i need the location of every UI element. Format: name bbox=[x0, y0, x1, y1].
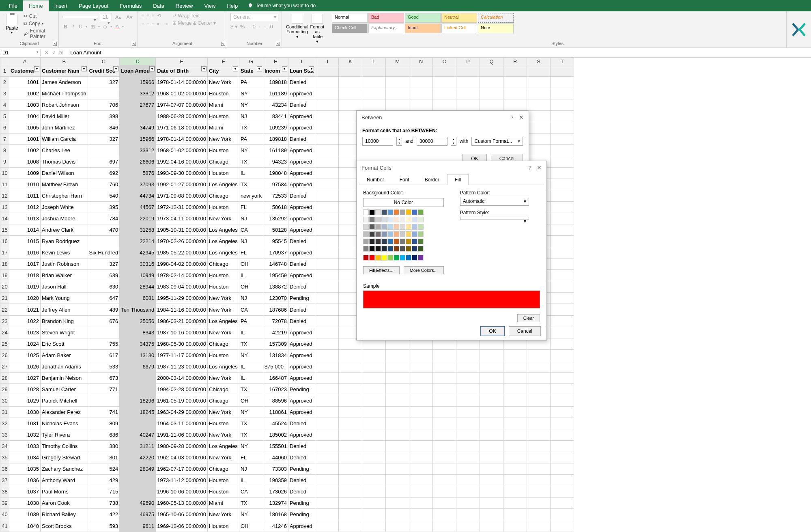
cell[interactable]: Houston bbox=[208, 486, 239, 498]
cell[interactable]: New York bbox=[208, 452, 239, 463]
cell[interactable]: 1014 bbox=[9, 224, 41, 236]
cell[interactable]: NJ bbox=[239, 463, 263, 475]
cell[interactable]: Denied bbox=[288, 281, 315, 293]
cell[interactable]: 1985-05-22 00:00:00 bbox=[156, 247, 208, 258]
cell[interactable]: 40247 bbox=[120, 429, 156, 441]
cell-style-neutral[interactable]: Neutral bbox=[441, 13, 477, 23]
row-header[interactable]: 18 bbox=[0, 258, 9, 270]
orientation-button[interactable]: ⟲ bbox=[157, 13, 161, 19]
cell[interactable]: 1996-10-06 00:00:00 bbox=[156, 486, 208, 498]
cut-button[interactable]: ✂Cut bbox=[22, 13, 55, 19]
row-header[interactable]: 38 bbox=[0, 486, 9, 498]
cell[interactable]: Approved bbox=[288, 406, 315, 418]
cell[interactable]: 18245 bbox=[120, 406, 156, 418]
merge-center-button[interactable]: ⊞ Merge & Center ▾ bbox=[172, 20, 216, 26]
row-header[interactable]: 22 bbox=[0, 304, 9, 315]
cell[interactable]: Approved bbox=[288, 88, 315, 99]
cell[interactable]: 31258 bbox=[120, 224, 156, 236]
cell[interactable]: 697 bbox=[88, 156, 120, 167]
paste-button[interactable]: Paste ▾ bbox=[3, 13, 21, 40]
cell[interactable]: 1023 bbox=[9, 327, 41, 338]
color-swatch[interactable] bbox=[363, 217, 369, 222]
cell[interactable]: Daniel Wilson bbox=[41, 167, 88, 179]
cancel-formula-icon[interactable]: ✕ bbox=[45, 50, 49, 56]
column-header-A[interactable]: A bbox=[9, 58, 41, 65]
column-header-R[interactable]: R bbox=[503, 58, 527, 65]
column-header-J[interactable]: J bbox=[315, 58, 339, 65]
cell[interactable]: Miami bbox=[208, 122, 239, 133]
cell[interactable]: 1987-11-23 00:00:00 bbox=[156, 361, 208, 372]
cell[interactable]: 6679 bbox=[120, 361, 156, 372]
column-header-C[interactable]: C bbox=[88, 58, 120, 65]
cell[interactable]: Paul Morris bbox=[41, 486, 88, 498]
cell[interactable]: 167023 bbox=[263, 383, 288, 395]
cell[interactable] bbox=[120, 486, 156, 498]
color-swatch[interactable] bbox=[375, 255, 381, 261]
cell[interactable]: 15966 bbox=[120, 133, 156, 144]
accept-formula-icon[interactable]: ✓ bbox=[52, 50, 56, 56]
cell[interactable]: 45524 bbox=[263, 418, 288, 429]
color-swatch[interactable] bbox=[400, 224, 405, 230]
column-header-L[interactable]: L bbox=[362, 58, 386, 65]
cell[interactable]: 1019 bbox=[9, 281, 41, 293]
cell[interactable]: 301 bbox=[88, 452, 120, 463]
color-swatch[interactable] bbox=[375, 209, 381, 215]
increase-decimal-button[interactable]: .0→ bbox=[251, 24, 261, 30]
cell[interactable]: Thomas Davis bbox=[41, 156, 88, 167]
cell[interactable]: 1988-06-28 00:00:00 bbox=[156, 110, 208, 122]
color-swatch[interactable] bbox=[363, 231, 369, 237]
cell[interactable]: 1036 bbox=[9, 475, 41, 486]
cell[interactable]: 118861 bbox=[263, 406, 288, 418]
color-swatch[interactable] bbox=[400, 231, 405, 237]
color-swatch[interactable] bbox=[369, 209, 375, 215]
cell[interactable]: 50128 bbox=[263, 224, 288, 236]
cell[interactable]: 135292 bbox=[263, 213, 288, 224]
cell[interactable]: Approved bbox=[288, 327, 315, 338]
row-header[interactable]: 24 bbox=[0, 327, 9, 338]
column-header-D[interactable]: D bbox=[120, 58, 156, 65]
currency-button[interactable]: $ ▾ bbox=[230, 24, 238, 30]
fx-icon[interactable]: fx bbox=[59, 50, 63, 56]
cell[interactable]: Samuel Carter bbox=[41, 383, 88, 395]
color-swatch[interactable] bbox=[394, 239, 399, 244]
cell[interactable]: Houston bbox=[208, 110, 239, 122]
cell[interactable]: 31211 bbox=[120, 441, 156, 452]
cell[interactable]: Pending bbox=[288, 383, 315, 395]
row-header[interactable]: 3 bbox=[0, 88, 9, 99]
row-header[interactable]: 34 bbox=[0, 441, 9, 452]
color-swatch[interactable] bbox=[400, 239, 405, 244]
color-swatch[interactable] bbox=[381, 246, 387, 252]
cell[interactable]: Los Angeles bbox=[208, 441, 239, 452]
cell[interactable]: 157309 bbox=[263, 338, 288, 349]
cell[interactable]: Approved bbox=[288, 122, 315, 133]
cell[interactable]: 18296 bbox=[120, 395, 156, 406]
cell[interactable]: New York bbox=[208, 76, 239, 88]
color-swatch[interactable] bbox=[375, 239, 381, 244]
table-header-cell[interactable]: Credit Sco▾ bbox=[88, 65, 120, 76]
row-header[interactable]: 27 bbox=[0, 361, 9, 372]
color-swatch[interactable] bbox=[400, 255, 405, 261]
cell[interactable]: 1972-12-31 00:00:00 bbox=[156, 202, 208, 213]
color-swatch[interactable] bbox=[375, 231, 381, 237]
cell[interactable]: New York bbox=[208, 293, 239, 304]
cell[interactable]: 533 bbox=[88, 361, 120, 372]
cell[interactable]: 1022 bbox=[9, 315, 41, 327]
cell[interactable]: FL bbox=[239, 452, 263, 463]
cell[interactable]: 166487 bbox=[263, 372, 288, 383]
cell[interactable]: 1026 bbox=[9, 361, 41, 372]
color-swatch[interactable] bbox=[363, 209, 369, 215]
row-header[interactable]: 28 bbox=[0, 372, 9, 383]
cell[interactable]: 1031 bbox=[9, 418, 41, 429]
format-as-table-button[interactable]: Format as Table ▾ bbox=[309, 13, 325, 47]
color-swatch[interactable] bbox=[375, 246, 381, 252]
cell[interactable]: 1973-11-12 00:00:00 bbox=[156, 475, 208, 486]
color-swatch[interactable] bbox=[387, 209, 393, 215]
cell[interactable]: 15966 bbox=[120, 76, 156, 88]
cell[interactable]: Los Angeles bbox=[208, 179, 239, 190]
cell[interactable]: OH bbox=[239, 281, 263, 293]
filter-icon[interactable]: ▾ bbox=[34, 66, 39, 71]
clipboard-dialog-launcher[interactable]: ⬊ bbox=[53, 42, 57, 46]
cell[interactable]: 1017 bbox=[9, 258, 41, 270]
cell[interactable]: 540 bbox=[88, 190, 120, 202]
cell[interactable]: 1995-11-29 00:00:00 bbox=[156, 293, 208, 304]
